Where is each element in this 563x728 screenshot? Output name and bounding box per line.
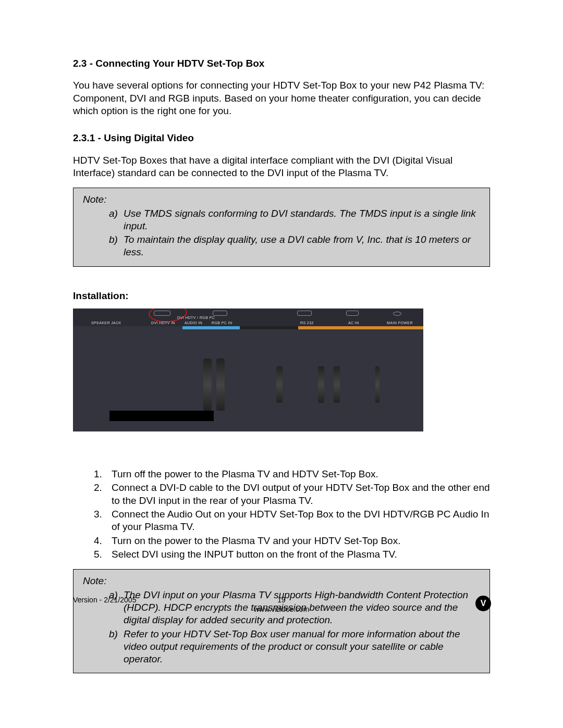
note-marker: b) [109, 628, 118, 640]
page-footer: Version - 2/21/2005 19 www.vizioce.com [73, 596, 490, 614]
step-item: 1. Turn off the power to the Plasma TV a… [94, 468, 490, 480]
step-text: Turn off the power to the Plasma TV and … [112, 468, 378, 479]
connector-icon [216, 359, 225, 411]
tv-back-panel-diagram: SPEAKER JACK DVI HDTV IN AUDIO IN DVI HD… [73, 309, 423, 431]
step-text: Turn on the power to the Plasma TV and y… [112, 535, 400, 546]
note-marker: a) [109, 207, 118, 220]
footer-url: www.vizioce.com [254, 605, 310, 613]
port-icon [393, 312, 401, 316]
diagram-strip-icon [240, 326, 298, 329]
step-item: 3. Connect the Audio Out on your HDTV Se… [94, 508, 490, 534]
diagram-strip-icon [298, 326, 423, 329]
installation-steps: 1. Turn off the power to the Plasma TV a… [73, 468, 490, 561]
port-label-dvi-rgb-pc: DVI HDTV / RGB PC [177, 316, 215, 320]
installation-heading: Installation: [73, 290, 490, 302]
step-marker: 5. [94, 548, 102, 561]
note-text: Refer to your HDTV Set-Top Box user manu… [124, 628, 460, 665]
port-label-ac-in: AC IN [348, 321, 359, 326]
port-icon [154, 311, 170, 316]
port-label-speaker-jack: SPEAKER JACK [91, 321, 121, 326]
diagram-strip-icon [182, 326, 240, 329]
step-item: 5. Select DVI using the INPUT button on … [94, 548, 490, 561]
step-text: Connect a DVI-D cable to the DVI output … [112, 482, 490, 505]
note-item: a) Use TMDS signals conforming to DVI st… [109, 207, 482, 233]
subsection-heading: 2.3.1 - Using Digital Video [73, 132, 490, 144]
note-marker: b) [109, 233, 118, 246]
connector-icon [203, 359, 212, 411]
step-marker: 3. [94, 508, 102, 521]
note-item: b) To maintain the display quality, use … [109, 233, 482, 259]
subsection-intro: HDTV Set-Top Boxes that have a digital i… [73, 154, 490, 180]
step-text: Select DVI using the INPUT button on the… [112, 549, 397, 560]
step-marker: 4. [94, 535, 102, 547]
port-icon [297, 311, 312, 316]
connector-icon [375, 366, 380, 403]
note-item: b) Refer to your HDTV Set-Top Box user m… [109, 628, 482, 666]
diagram-bar-icon [109, 411, 214, 421]
step-item: 2. Connect a DVI-D cable to the DVI outp… [94, 482, 490, 507]
section-heading: 2.3 - Connecting Your HDTV Set-Top Box [73, 57, 490, 70]
step-text: Connect the Audio Out on your HDTV Set-T… [112, 509, 489, 532]
note-text: To maintain the display quality, use a D… [124, 234, 471, 257]
port-icon [213, 311, 227, 316]
step-marker: 2. [94, 482, 102, 494]
note-label: Note: [83, 575, 482, 587]
connector-icon [334, 366, 340, 403]
port-icon [346, 311, 359, 316]
note-label: Note: [83, 193, 482, 206]
section-intro: You have several options for connecting … [73, 79, 490, 117]
note-box-2: Note: a) The DVI input on your Plasma TV… [73, 569, 490, 673]
port-label-rs232: RS 232 [300, 321, 314, 326]
port-label-audio-in: AUDIO IN [185, 321, 202, 326]
port-label-rgb-pc-in: RGB PC IN [212, 321, 232, 326]
footer-page-number: 19 [277, 596, 286, 604]
note-text: Use TMDS signals conforming to DVI stand… [124, 208, 476, 231]
step-marker: 1. [94, 468, 102, 480]
note-box-1: Note: a) Use TMDS signals conforming to … [73, 188, 490, 267]
connector-icon [276, 366, 283, 403]
port-label-main-power: MAIN POWER [387, 321, 413, 326]
connector-icon [318, 366, 324, 403]
port-label-dvi-hdtv-in: DVI HDTV IN [151, 321, 175, 326]
step-item: 4. Turn on the power to the Plasma TV an… [94, 535, 490, 547]
brand-logo-icon: V [475, 596, 491, 611]
